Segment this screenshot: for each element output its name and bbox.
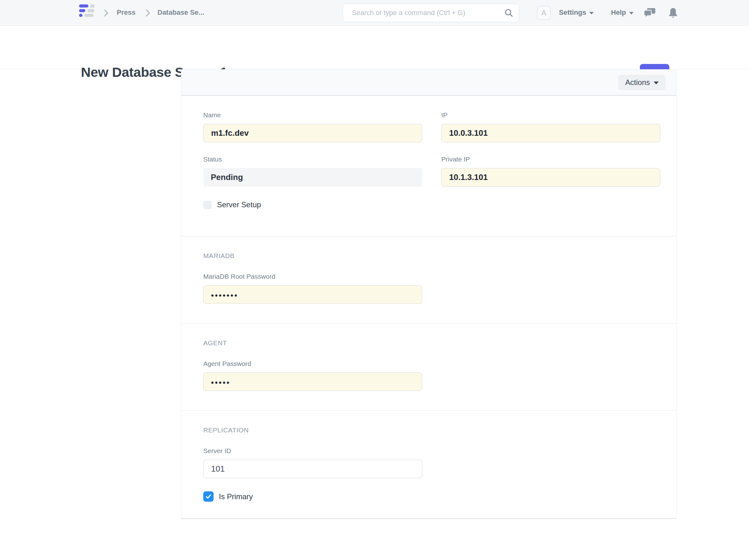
field-server-id: Server ID [203,447,676,478]
agent-password-label: Agent Password [203,360,676,367]
chevron-right-icon [104,9,109,19]
search-icon [504,8,513,19]
help-label: Help [611,8,626,17]
navbar: Press Database Se... A Settings Help [0,0,749,26]
avatar[interactable]: A [537,6,551,20]
section-mariadb: MARIADB MariaDB Root Password [181,236,676,324]
agent-password-input[interactable] [203,372,422,391]
field-private-ip: Private IP [441,155,660,187]
mariadb-root-password-label: MariaDB Root Password [203,273,676,280]
settings-menu[interactable]: Settings [559,8,594,17]
bell-icon[interactable] [668,7,678,20]
page-head: New Database Server 1 Not Saved Save [0,26,749,69]
mariadb-root-password-input[interactable] [203,285,422,304]
form-toolbar: Actions [181,69,676,95]
is-primary-label: Is Primary [219,492,253,501]
field-is-primary: Is Primary [203,491,676,502]
chevron-down-icon [629,12,634,15]
chat-icon[interactable] [644,7,656,20]
global-search [343,4,519,22]
field-mariadb-root-password: MariaDB Root Password [203,273,676,304]
status-label: Status [203,155,422,163]
is-primary-checkbox[interactable] [203,491,214,502]
field-status: Status Pending [203,155,422,187]
field-server-setup: Server Setup [203,200,422,209]
check-icon [205,493,212,500]
status-value: Pending [203,168,422,187]
private-ip-label: Private IP [441,155,660,163]
field-agent-password: Agent Password [203,360,676,391]
field-ip: IP [441,111,660,142]
private-ip-input[interactable] [441,168,660,187]
server-setup-checkbox[interactable] [203,201,212,209]
help-menu[interactable]: Help [611,8,634,17]
actions-button[interactable]: Actions [618,75,666,90]
chevron-down-icon [590,12,594,15]
replication-heading: REPLICATION [203,426,676,434]
settings-label: Settings [559,8,586,17]
search-input[interactable] [343,4,519,22]
server-id-label: Server ID [203,447,676,455]
ip-label: IP [441,111,660,119]
mariadb-heading: MARIADB [203,252,676,260]
name-label: Name [203,111,422,119]
field-name: Name [203,111,422,142]
section-details: Name IP Status Pending Private IP Server… [181,95,676,236]
name-input[interactable] [203,124,422,142]
chevron-down-icon [654,82,659,84]
frappe-logo-icon[interactable] [79,4,94,19]
server-setup-label: Server Setup [217,200,261,209]
breadcrumb-press[interactable]: Press [117,8,135,17]
avatar-letter: A [541,9,546,17]
ip-input[interactable] [441,124,660,142]
agent-heading: AGENT [203,339,676,347]
server-id-input[interactable] [203,460,422,478]
breadcrumb-database-server[interactable]: Database Se... [157,8,204,17]
section-agent: AGENT Agent Password [181,324,676,411]
form-card: Actions Name IP Status Pending Private I… [181,69,677,519]
section-replication: REPLICATION Server ID Is Primary [181,411,676,520]
actions-label: Actions [625,78,650,87]
chevron-right-icon [145,9,151,19]
